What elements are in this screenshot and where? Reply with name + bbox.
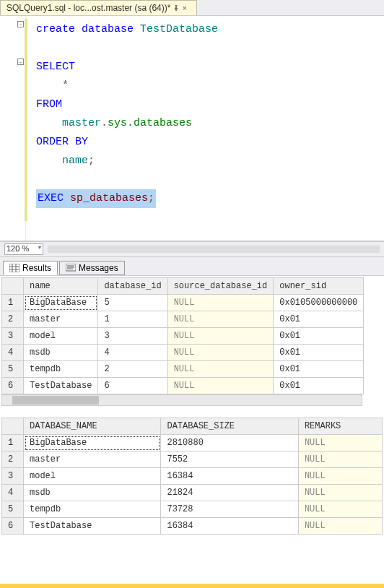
cell[interactable]: BigDataBase [24, 435, 161, 451]
row-number[interactable]: 3 [2, 468, 24, 485]
table-row[interactable]: 6TestDatabase16384NULL [2, 518, 383, 535]
cell[interactable]: 3 [98, 328, 167, 345]
messages-icon [66, 264, 76, 272]
status-strip [0, 584, 384, 588]
cell[interactable]: 16384 [161, 468, 298, 485]
row-number[interactable]: 3 [2, 328, 24, 345]
editor-gutter: – – [0, 16, 26, 241]
cell[interactable]: TestDatabase [24, 518, 161, 535]
cell[interactable]: model [24, 468, 161, 485]
tab-results-label: Results [22, 263, 51, 273]
row-number[interactable]: 2 [2, 311, 24, 328]
table-row[interactable]: 4msdb4NULL0x01 [2, 345, 364, 361]
grid-icon [9, 264, 19, 272]
cell[interactable]: NULL [298, 518, 382, 535]
cell[interactable]: NULL [298, 485, 382, 501]
row-number[interactable]: 4 [2, 345, 24, 361]
zoom-select[interactable]: 120 % ▾ [4, 243, 43, 255]
row-number[interactable]: 6 [2, 378, 24, 394]
cell[interactable]: tempdb [24, 361, 98, 378]
table-row[interactable]: 2master7552NULL [2, 451, 383, 468]
table-row[interactable]: 6TestDatabase6NULL0x01 [2, 378, 364, 394]
table-row[interactable]: 5tempdb73728NULL [2, 501, 383, 518]
column-header[interactable]: source_database_id [167, 278, 274, 295]
cell[interactable]: 16384 [161, 518, 298, 535]
table-row[interactable]: 1BigDataBase5NULL0x0105000000000 [2, 295, 364, 311]
outline-toggle-icon[interactable]: – [17, 59, 24, 65]
row-number[interactable]: 5 [2, 501, 24, 518]
cell[interactable]: NULL [167, 311, 274, 328]
pin-icon [173, 5, 179, 11]
sql-editor[interactable]: – – create database TestDatabase SELECT … [0, 16, 384, 241]
cell[interactable]: BigDataBase [24, 295, 98, 311]
column-header[interactable]: owner_sid [274, 278, 364, 295]
svg-rect-0 [9, 264, 19, 272]
cell[interactable]: 2810880 [161, 435, 298, 451]
cell[interactable]: model [24, 328, 98, 345]
zoom-value: 120 % [6, 244, 29, 253]
cell[interactable]: NULL [167, 295, 274, 311]
column-header[interactable]: DATABASE_SIZE [161, 418, 298, 435]
scrollbar-thumb[interactable] [12, 396, 99, 405]
row-number[interactable]: 1 [2, 435, 24, 451]
horizontal-scrollbar[interactable] [48, 246, 380, 253]
cell[interactable]: 7552 [161, 451, 298, 468]
cell[interactable]: 0x01 [274, 378, 364, 394]
cell[interactable]: master [24, 311, 98, 328]
results-grid-1[interactable]: namedatabase_idsource_database_idowner_s… [1, 277, 364, 394]
cell[interactable]: TestDatabase [24, 378, 98, 394]
table-row[interactable]: 4msdb21824NULL [2, 485, 383, 501]
code-area[interactable]: create database TestDatabase SELECT *FRO… [26, 16, 384, 241]
results-grid-2[interactable]: DATABASE_NAMEDATABASE_SIZEREMARKS1BigDat… [1, 418, 383, 535]
outline-toggle-icon[interactable]: – [17, 21, 24, 27]
cell[interactable]: tempdb [24, 501, 161, 518]
table-row[interactable]: 3model16384NULL [2, 468, 383, 485]
cell[interactable]: NULL [167, 345, 274, 361]
cell[interactable]: NULL [167, 378, 274, 394]
column-header[interactable]: DATABASE_NAME [24, 418, 161, 435]
cell[interactable]: NULL [167, 328, 274, 345]
grid-horizontal-scrollbar[interactable] [1, 394, 362, 406]
cell[interactable]: 0x01 [274, 311, 364, 328]
cell[interactable]: 2 [98, 361, 167, 378]
editor-tab-bar: SQLQuery1.sql - loc...ost.master (sa (64… [0, 0, 384, 16]
close-icon[interactable]: × [182, 4, 191, 12]
row-number[interactable]: 2 [2, 451, 24, 468]
table-row[interactable]: 5tempdb2NULL0x01 [2, 361, 364, 378]
file-tab[interactable]: SQLQuery1.sql - loc...ost.master (sa (64… [0, 0, 197, 15]
column-header[interactable]: name [24, 278, 98, 295]
cell[interactable]: 0x01 [274, 361, 364, 378]
table-row[interactable]: 2master1NULL0x01 [2, 311, 364, 328]
tab-messages[interactable]: Messages [59, 261, 125, 275]
chevron-down-icon: ▾ [38, 244, 41, 251]
table-row[interactable]: 3model3NULL0x01 [2, 328, 364, 345]
cell[interactable]: NULL [298, 468, 382, 485]
row-header-corner [2, 278, 24, 295]
cell[interactable]: 0x0105000000000 [274, 295, 364, 311]
column-header[interactable]: REMARKS [298, 418, 382, 435]
column-header[interactable]: database_id [98, 278, 167, 295]
cell[interactable]: 4 [98, 345, 167, 361]
cell[interactable]: 73728 [161, 501, 298, 518]
cell[interactable]: NULL [298, 435, 382, 451]
cell[interactable]: 21824 [161, 485, 298, 501]
cell[interactable]: NULL [298, 451, 382, 468]
row-number[interactable]: 1 [2, 295, 24, 311]
row-number[interactable]: 5 [2, 361, 24, 378]
tab-results[interactable]: Results [3, 261, 58, 275]
cell[interactable]: 5 [98, 295, 167, 311]
cell[interactable]: master [24, 451, 161, 468]
zoom-bar: 120 % ▾ [0, 241, 384, 257]
cell[interactable]: 0x01 [274, 345, 364, 361]
row-number[interactable]: 4 [2, 485, 24, 501]
table-row[interactable]: 1BigDataBase2810880NULL [2, 435, 383, 451]
cell[interactable]: 0x01 [274, 328, 364, 345]
cell[interactable]: NULL [167, 361, 274, 378]
cell[interactable]: msdb [24, 345, 98, 361]
cell[interactable]: 6 [98, 378, 167, 394]
results-pane: namedatabase_idsource_database_idowner_s… [0, 276, 384, 584]
row-number[interactable]: 6 [2, 518, 24, 535]
cell[interactable]: msdb [24, 485, 161, 501]
cell[interactable]: NULL [298, 501, 382, 518]
cell[interactable]: 1 [98, 311, 167, 328]
